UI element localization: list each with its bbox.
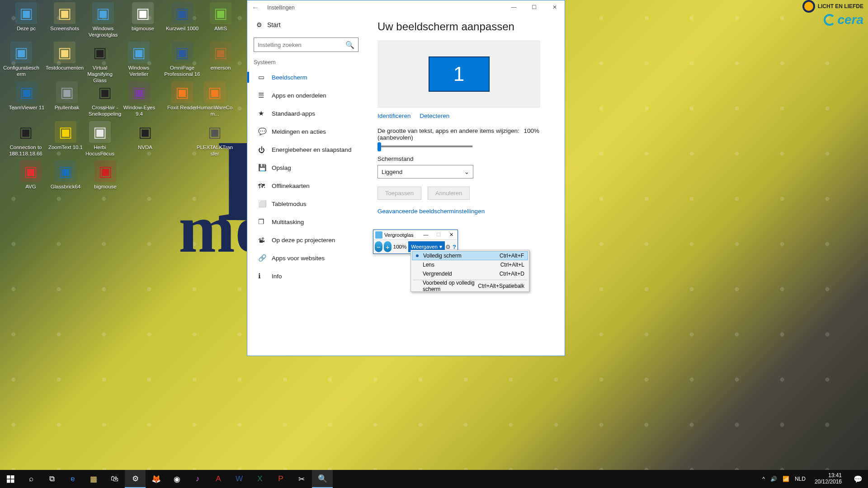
sidebar-item[interactable]: 📽Op deze pc projecteren	[247, 231, 365, 249]
scale-slider[interactable]	[377, 145, 472, 147]
desktop-icon[interactable]: ▣emerson	[201, 42, 240, 71]
taskbar-adobe[interactable]: A	[208, 470, 229, 488]
advanced-display-link[interactable]: Geavanceerde beeldscherminstellingen	[377, 208, 552, 215]
desktop-icon[interactable]: ▣Testdocumenten	[45, 42, 84, 71]
taskbar-word[interactable]: W	[229, 470, 250, 488]
desktop-icon[interactable]: ▣bigmouse	[123, 2, 162, 32]
desktop-icon[interactable]: ▣AMIS	[201, 2, 240, 32]
back-icon[interactable]: ←	[252, 4, 263, 12]
monitor-1[interactable]: 1	[429, 56, 490, 92]
tray-chevron-icon[interactable]: ^	[762, 476, 765, 482]
magnifier-titlebar[interactable]: Vergrootglas — ☐ ✕	[373, 230, 458, 240]
taskbar-magnifier[interactable]: 🔍	[312, 470, 333, 488]
desktop-icon[interactable]: ▣Windows Verteller	[119, 42, 158, 78]
settings-titlebar[interactable]: ← Instellingen — ☐ ✕	[247, 0, 565, 15]
tray-language[interactable]: NLD	[795, 476, 806, 482]
cancel-button[interactable]: Annuleren	[428, 187, 470, 200]
sidebar-item[interactable]: ▭Beeldscherm	[247, 68, 365, 86]
desktop-icon-label: Window-Eyes 9.4	[120, 105, 159, 117]
desktop-icon[interactable]: ▣OmniPage Professional 16	[163, 42, 202, 78]
desktop-icon[interactable]: ▣Window-Eyes 9.4	[120, 81, 159, 117]
sidebar-item-label: Meldingen en acties	[272, 128, 326, 135]
desktop-icon[interactable]: ▣bigmouse	[86, 160, 125, 190]
detect-link[interactable]: Detecteren	[420, 113, 449, 119]
start-button[interactable]	[0, 470, 21, 488]
settings-search[interactable]: 🔍	[254, 38, 359, 52]
app-icon: ▣	[204, 81, 226, 103]
desktop-icon[interactable]: ▣Configuratiescherm	[2, 42, 41, 78]
taskbar-edge[interactable]: e	[62, 470, 83, 488]
menu-item[interactable]: Volledig schermCtrl+Alt+F	[412, 251, 528, 260]
taskview-button[interactable]: ⧉	[42, 470, 62, 488]
taskbar-itunes[interactable]: ♪	[187, 470, 208, 488]
sidebar-item[interactable]: 🗺Offlinekaarten	[247, 177, 365, 195]
tray-wifi-icon[interactable]: 📶	[783, 476, 789, 482]
desktop-icon-label: Kurzweil 1000	[163, 26, 202, 32]
desktop-icon[interactable]: ▣HumanWareCom...	[195, 81, 234, 117]
desktop-icon[interactable]: ▣PLEXTALKTransfer	[195, 121, 234, 157]
zoom-out-button[interactable]: −	[375, 241, 382, 252]
menu-item-preview[interactable]: Voorbeeld op volledig schermCtrl+Alt+Spa…	[412, 282, 528, 291]
sidebar-item[interactable]: ⬜Tabletmodus	[247, 195, 365, 213]
magnifier-maximize[interactable]: ☐	[432, 230, 445, 239]
sidebar-item[interactable]: ★Standaard-apps	[247, 104, 365, 122]
desktop-icon-label: bigmouse	[123, 26, 162, 32]
apply-button[interactable]: Toepassen	[377, 187, 421, 200]
desktop-icon[interactable]: ▣Windows Vergrootglas	[84, 2, 123, 38]
magnifier-settings-icon[interactable]: ⚙	[445, 244, 451, 250]
app-icon: ▣	[171, 42, 193, 63]
search-button[interactable]: ⌕	[21, 470, 42, 488]
desktop-icon[interactable]: ▣Virtual Magnifying Glass	[80, 42, 119, 84]
desktop-icon[interactable]: ▣AVG	[11, 160, 50, 190]
magnifier-help-icon[interactable]: ?	[451, 244, 458, 250]
taskbar-chrome[interactable]: ◉	[166, 470, 187, 488]
desktop-icon-label: PLEXTALKTransfer	[195, 145, 234, 157]
desktop-icon[interactable]: ▣NVDA	[126, 121, 165, 151]
identify-link[interactable]: Identificeren	[377, 113, 411, 119]
close-button[interactable]: ✕	[544, 0, 565, 14]
search-input[interactable]	[258, 42, 345, 48]
taskbar-excel[interactable]: X	[250, 470, 270, 488]
desktop-icon[interactable]: ▣Screenshots	[45, 2, 84, 32]
desktop-icon[interactable]: ▣Connection to 188.118.18.66	[6, 121, 45, 157]
desktop-icon-label: Windows Vergrootglas	[84, 26, 123, 38]
app-icon: ▣	[132, 2, 154, 24]
sidebar-home[interactable]: ⚙ Start	[247, 15, 365, 35]
desktop-icon[interactable]: ▣Prullenbak	[47, 81, 86, 111]
sidebar-item[interactable]: ☰Apps en onderdelen	[247, 86, 365, 104]
desktop-icon[interactable]: ▣Kurzweil 1000	[163, 2, 202, 32]
taskbar-store[interactable]: 🛍	[104, 470, 125, 488]
display-preview[interactable]: 1	[377, 40, 540, 108]
desktop-icon[interactable]: ▣CrossHair - Snelkoppeling	[85, 81, 124, 117]
app-icon: ▣	[89, 42, 111, 63]
zoom-in-button[interactable]: +	[384, 241, 392, 252]
minimize-button[interactable]: —	[504, 0, 524, 14]
sidebar-item[interactable]: 💾Opslag	[247, 159, 365, 177]
taskbar-powerpoint[interactable]: P	[270, 470, 291, 488]
desktop-icon[interactable]: ▣TeamViewer 11	[7, 81, 46, 111]
sidebar-item[interactable]: ⏻Energiebeheer en slaapstand	[247, 141, 365, 159]
desktop-icon[interactable]: ▣Deze pc	[7, 2, 46, 32]
desktop-icon[interactable]: ▣Herbi HocusFocus	[80, 121, 119, 157]
menu-item[interactable]: LensCtrl+Alt+L	[412, 260, 528, 269]
eye-icon	[802, 0, 815, 13]
sidebar-item[interactable]: 💬Meldingen en acties	[247, 122, 365, 141]
taskbar-firefox[interactable]: 🦊	[146, 470, 166, 488]
sidebar-item[interactable]: ℹInfo	[247, 267, 365, 285]
taskbar-explorer[interactable]: ▦	[83, 470, 104, 488]
orientation-select[interactable]: Liggend ⌄	[377, 165, 473, 178]
menu-item[interactable]: VergrendeldCtrl+Alt+D	[412, 269, 528, 278]
sidebar-item-icon: ⬜	[258, 200, 272, 208]
desktop-icon[interactable]: ▣ZoomText 10.1	[46, 121, 85, 151]
tray-notifications-icon[interactable]: 💬	[851, 475, 865, 483]
taskbar-snip[interactable]: ✂	[291, 470, 312, 488]
tray-clock[interactable]: 13:41 20/12/2016	[811, 473, 845, 485]
magnifier-close[interactable]: ✕	[445, 230, 458, 239]
taskbar-settings[interactable]: ⚙	[125, 470, 146, 488]
tray-volume-icon[interactable]: 🔊	[770, 476, 777, 482]
maximize-button[interactable]: ☐	[524, 0, 544, 14]
sidebar-item[interactable]: 🔗Apps voor websites	[247, 249, 365, 267]
magnifier-minimize[interactable]: —	[420, 230, 432, 239]
desktop-icon[interactable]: ▣Glassbrick64	[46, 160, 85, 190]
sidebar-item[interactable]: ❐Multitasking	[247, 213, 365, 231]
